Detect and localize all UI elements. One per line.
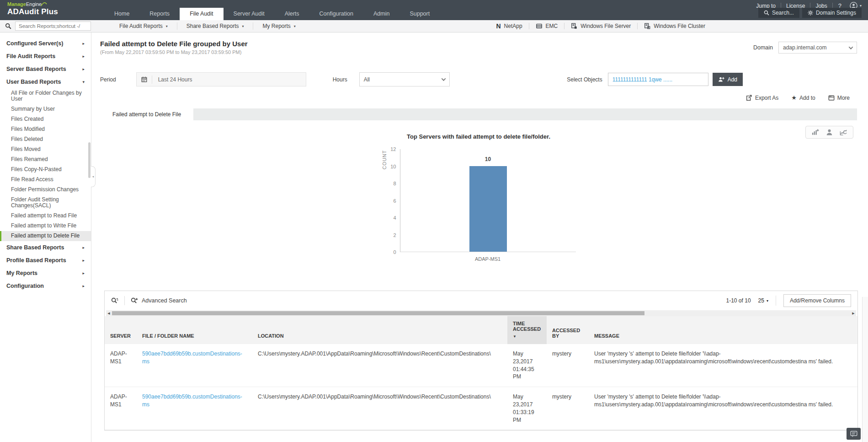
chart-refresh-icon[interactable] [840,129,847,136]
nav-item-support[interactable]: Support [399,8,440,20]
domain-select[interactable]: adap.internal.com [778,42,857,54]
nav-item-configuration[interactable]: Configuration [309,8,363,20]
nav-item-file-audit[interactable]: File Audit [180,8,223,20]
add-objects-button[interactable]: Add [713,73,743,86]
hours-select[interactable]: All [359,72,450,86]
page-scrollbar[interactable] [862,297,868,442]
sidebar-item-folder-audit-setting-changes[interactable]: Folder Audit Setting Changes(SACL) [0,195,91,211]
sidebar-item-failed-attempt-write[interactable]: Failed attempt to Write File [0,221,91,231]
cell-location: C:\Users\mystery.ADAP.001\AppData\Roamin… [252,344,507,387]
select-objects-label: Select Objects [567,76,602,83]
table-header-row: SERVER FILE / FOLDER NAME LOCATION TIME … [105,316,857,344]
cell-accessed-by: mystery [547,387,589,430]
sidebar-item-failed-attempt-delete[interactable]: Failed attempt to Delete File [0,231,91,241]
period-field[interactable]: Last 24 Hours [136,72,306,86]
sidebar-item-failed-attempt-read[interactable]: Failed attempt to Read File [0,211,91,221]
chart-bar[interactable] [469,166,507,252]
column-header-file-folder-name[interactable]: FILE / FOLDER NAME [137,316,252,344]
nav-item-reports[interactable]: Reports [139,8,180,20]
feedback-button[interactable] [847,428,861,440]
gear-icon [808,10,813,16]
chart-group-by-user-icon[interactable] [826,129,833,136]
cell-accessed-by: mystery [547,344,589,387]
sidebar-item-configuration[interactable]: Configuration▸ [0,280,91,292]
sidebar-item-files-moved[interactable]: Files Moved [0,145,91,155]
column-header-accessed-by[interactable]: ACCESSED BY [547,316,589,344]
sidebar-item-file-audit-reports[interactable]: File Audit Reports▸ [0,50,91,63]
y-axis-label: COUNT [382,150,387,169]
cell-message: User 'mystery 's' attempt to Delete file… [589,387,857,430]
chevron-right-icon: ▸ [82,284,85,288]
tab-failed-attempt-delete[interactable]: Failed attempt to Delete File [100,108,193,120]
sidebar-item-files-copy-n-pasted[interactable]: Files Copy-N-Pasted [0,165,91,175]
sidebar-item-server-based-reports[interactable]: Server Based Reports▸ [0,63,91,75]
menu-my-reports[interactable]: My Reports▾ [253,22,304,30]
scroll-left-arrow[interactable]: ◀ [106,310,112,316]
scroll-right-arrow[interactable]: ▶ [851,310,856,316]
chevron-down-icon: ▾ [767,299,768,303]
file-link[interactable]: 590aee7bdd69b59b.customDestinations-ms [142,350,242,365]
sidebar-item-profile-based-reports[interactable]: Profile Based Reports▸ [0,254,91,267]
add-to-button[interactable]: ★Add to [791,95,815,101]
sidebar-item-configured-servers[interactable]: Configured Server(s)▸ [0,37,91,50]
report-search-input[interactable] [15,22,91,31]
sidebar-collapse-handle[interactable]: ◂ [91,166,96,187]
sidebar-scrollbar[interactable] [88,142,91,178]
report-date-range: (From May 22,2017 03:59:50 PM to May 23,… [100,49,857,55]
domain-label: Domain [753,44,773,51]
windows-file-cluster-link[interactable]: Windows File Cluster [637,23,712,29]
add-remove-columns-button[interactable]: Add/Remove Columns [783,294,851,307]
select-objects-input[interactable] [608,73,708,86]
page-size-select[interactable]: 25▾ [758,297,768,304]
column-header-location[interactable]: LOCATION [252,316,507,344]
column-search-icon[interactable] [111,297,118,304]
menu-file-audit-reports[interactable]: File Audit Reports▾ [110,22,177,30]
chart-title: Top Servers with failed attempt to delet… [100,133,857,140]
windows-file-server-link[interactable]: Windows File Server [564,23,637,29]
sidebar-item-user-based-reports[interactable]: User Based Reports▾ [0,75,91,88]
domain-control: Domain adap.internal.com [753,42,857,54]
column-header-server[interactable]: SERVER [105,316,137,344]
sidebar-item-summary-by-user[interactable]: Summary by User [0,104,91,114]
sidebar-item-all-file-folder-changes[interactable]: All File or Folder Changes by User [0,88,91,104]
export-as-button[interactable]: Export As [746,95,778,101]
column-header-message[interactable]: MESSAGE [589,316,857,344]
cell-server: ADAP-MS1 [105,344,137,387]
sidebar-item-share-based-reports[interactable]: Share Based Reports▸ [0,241,91,254]
global-search-button[interactable]: Search... [758,8,799,18]
brand-logo: ManageEngine ADAudit Plus [7,1,58,16]
sidebar-item-folder-permission-changes[interactable]: Folder Permission Changes [0,185,91,195]
x-axis-category: ADAP-MS1 [400,256,576,262]
horizontal-scrollbar[interactable]: ◀ ▶ [106,310,856,316]
sidebar-item-files-modified[interactable]: Files Modified [0,124,91,135]
star-icon: ★ [791,96,797,100]
advanced-search-button[interactable]: Advanced Search [142,297,187,304]
more-button[interactable]: More [828,95,850,101]
nav-item-server-audit[interactable]: Server Audit [224,8,275,20]
table-row: ADAP-MS1 590aee7bdd69b59b.customDestinat… [105,387,857,430]
sidebar-item-my-reports[interactable]: My Reports▸ [0,267,91,280]
netapp-link[interactable]: NNetApp [490,22,528,30]
nav-item-admin[interactable]: Admin [363,8,399,20]
nav-item-alerts[interactable]: Alerts [275,8,309,20]
table-toolbar: Advanced Search 1-10 of 10 25▾ Add/Remov… [105,291,857,310]
chart-bar-value: 10 [485,156,491,162]
nav-item-home[interactable]: Home [104,8,139,20]
domain-settings-button[interactable]: Domain Settings [802,8,862,18]
sidebar-item-files-created[interactable]: Files Created [0,114,91,124]
advanced-search-icon[interactable] [131,297,138,304]
sort-desc-icon: ▼ [513,334,541,339]
sidebar-item-files-renamed[interactable]: Files Renamed [0,155,91,165]
cell-file-name: 590aee7bdd69b59b.customDestinations-ms [137,387,252,430]
column-header-time-accessed[interactable]: TIME ACCESSED▼ [507,316,547,344]
scrollbar-thumb[interactable] [112,311,644,315]
file-link[interactable]: 590aee7bdd69b59b.customDestinations-ms [142,393,242,408]
plot-area: 10 [400,149,576,252]
sidebar-item-file-read-access[interactable]: File Read Access [0,175,91,185]
emc-link[interactable]: EMC [529,23,564,29]
sidebar-item-files-deleted[interactable]: Files Deleted [0,135,91,145]
period-label: Period [100,76,116,83]
chart-type-add-icon[interactable] [811,129,819,136]
file-server-icon [571,23,577,29]
menu-share-based-reports[interactable]: Share Based Reports▾ [177,22,253,30]
